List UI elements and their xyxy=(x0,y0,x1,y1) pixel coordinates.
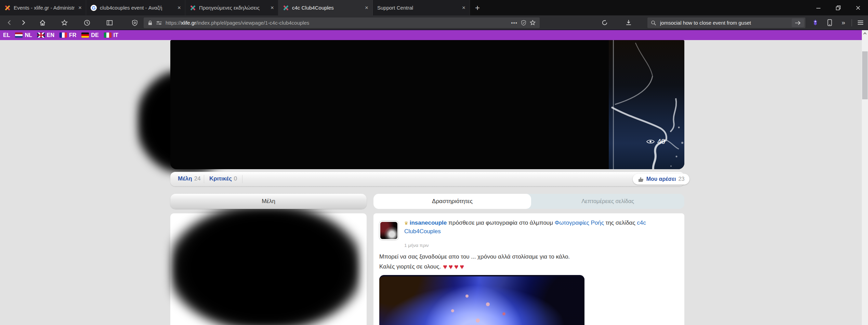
post-action-text: πρόσθεσε μια φωτογραφία στο άλμπουμ xyxy=(448,220,553,226)
new-tab-button[interactable]: + xyxy=(470,0,485,15)
map-roads xyxy=(609,40,684,169)
tab-title: Support Central xyxy=(377,5,458,11)
library-button[interactable] xyxy=(59,17,70,28)
joomla-favicon-icon xyxy=(4,5,11,11)
page-scrollbar[interactable] xyxy=(862,30,868,325)
menu-hamburger-icon[interactable] xyxy=(855,17,866,28)
tab-close-icon[interactable]: × xyxy=(461,4,466,11)
tab-page-details[interactable]: Λεπτομέρειες σελίδας xyxy=(531,194,684,209)
browser-tab-google-search[interactable]: G club4couples event - Αναζή × xyxy=(86,0,185,15)
page-actions-icon[interactable]: ••• xyxy=(511,20,517,26)
nl-flag-icon xyxy=(15,33,23,38)
page-stats-bar: Μέλη24 Κριτικές0 Μου αρέσει 23 xyxy=(170,172,684,186)
tab-strip: Events - xlife.gr - Administra × G club4… xyxy=(0,0,868,15)
it-flag-icon xyxy=(104,33,111,38)
browser-toolbar: https://xlife.gr/index.php/el/pages/view… xyxy=(0,15,868,30)
language-bar: EL NL EN FR DE IT xyxy=(0,30,862,40)
search-bar[interactable] xyxy=(647,17,805,28)
post-photo[interactable] xyxy=(379,275,584,325)
uk-flag-icon xyxy=(37,33,45,38)
bookmark-star-icon[interactable] xyxy=(530,20,536,26)
section-tab-bar: Δραστηριότητες Λεπτομέρειες σελίδας xyxy=(373,194,684,209)
url-bar[interactable]: https://xlife.gr/index.php/el/pages/view… xyxy=(144,17,540,28)
reviews-stat[interactable]: Κριτικές0 xyxy=(209,175,237,182)
tab-title: club4couples event - Αναζή xyxy=(100,5,174,11)
lang-en[interactable]: EN xyxy=(37,32,54,38)
avatar[interactable] xyxy=(379,221,398,240)
url-protocol: https:// xyxy=(166,20,181,26)
post-header: ♛insanecouple πρόσθεσε μια φωτογραφία στ… xyxy=(404,219,681,236)
close-button[interactable] xyxy=(848,0,868,15)
cover-map-region xyxy=(609,40,684,169)
like-button[interactable]: Μου αρέσει 23 xyxy=(633,174,689,185)
activity-feed-panel: ♛insanecouple πρόσθεσε μια φωτογραφία στ… xyxy=(373,213,684,325)
toolbar-divider xyxy=(852,19,852,26)
eye-icon xyxy=(646,139,655,144)
url-text[interactable]: https://xlife.gr/index.php/el/pages/view… xyxy=(166,20,508,26)
post-author-link[interactable]: insanecouple xyxy=(410,220,447,226)
browser-window: Events - xlife.gr - Administra × G club4… xyxy=(0,0,868,325)
back-button[interactable] xyxy=(4,17,15,28)
lang-it[interactable]: IT xyxy=(104,32,118,38)
fr-flag-icon xyxy=(60,33,67,38)
scrollbar-thumb[interactable] xyxy=(862,51,868,99)
thumb-up-icon xyxy=(638,176,644,182)
permissions-icon[interactable] xyxy=(156,21,162,25)
history-button[interactable] xyxy=(81,17,92,28)
browser-tab-previous-events[interactable]: Προηγούμενες εκδηλώσεις × xyxy=(185,0,278,15)
post-timestamp: 1 μήνα πριν xyxy=(404,243,429,248)
download-button[interactable] xyxy=(623,17,634,28)
stats-divider xyxy=(204,175,204,183)
ornament-dot xyxy=(476,318,480,323)
overflow-chevrons-icon[interactable]: » xyxy=(838,17,849,28)
permission-badge-icon[interactable] xyxy=(521,20,526,26)
url-domain: xlife.gr xyxy=(181,20,196,26)
extension-icon[interactable] xyxy=(810,17,821,28)
post-text-line2: Καλές γιορτές σε ολους. xyxy=(379,263,441,270)
lang-el[interactable]: EL xyxy=(3,32,10,38)
tab-activities[interactable]: Δραστηριότητες xyxy=(373,194,531,209)
search-go-button[interactable] xyxy=(792,18,804,27)
lang-fr[interactable]: FR xyxy=(60,32,76,38)
tab-close-icon[interactable]: × xyxy=(78,4,82,11)
tracking-shield-icon[interactable] xyxy=(129,17,140,28)
tab-close-icon[interactable]: × xyxy=(364,4,369,11)
album-link[interactable]: Φωτογραφίες Ροής xyxy=(555,220,604,226)
restore-button[interactable] xyxy=(828,0,848,15)
ornament-dot xyxy=(502,312,505,315)
search-icon xyxy=(651,20,656,26)
google-favicon-icon: G xyxy=(91,5,97,11)
stats-divider xyxy=(242,175,242,183)
browser-tab-support-central[interactable]: Support Central × xyxy=(373,0,470,15)
tab-close-icon[interactable]: × xyxy=(177,4,182,11)
reload-button[interactable] xyxy=(599,17,610,28)
views-counter: 40 xyxy=(646,137,665,146)
members-stat[interactable]: Μέλη24 xyxy=(178,175,201,182)
tab-title: c4c Club4Couples xyxy=(292,5,361,11)
cover-image-seam xyxy=(613,40,614,169)
scroll-up-arrow-icon[interactable] xyxy=(862,30,868,36)
xlife-favicon-icon xyxy=(283,5,289,11)
tab-title: Events - xlife.gr - Administra xyxy=(14,5,75,11)
browser-tab-c4c-club4couples[interactable]: c4c Club4Couples × xyxy=(278,0,373,15)
browser-tab-events[interactable]: Events - xlife.gr - Administra × xyxy=(0,0,86,15)
send-to-device-icon[interactable] xyxy=(824,17,835,28)
home-button[interactable] xyxy=(37,17,48,28)
ornament-dot xyxy=(486,302,490,306)
tab-close-icon[interactable]: × xyxy=(270,4,275,11)
lang-nl[interactable]: NL xyxy=(15,32,32,38)
forward-button[interactable] xyxy=(18,17,29,28)
minimize-button[interactable] xyxy=(808,0,828,15)
post-text-line1: Μπορεί να σας ξαναδούμε απο του ... χρόν… xyxy=(379,252,570,261)
user-badge-icon: ♛ xyxy=(404,221,408,226)
page-cover-image[interactable]: 40 xyxy=(170,40,684,169)
lock-icon xyxy=(148,20,153,26)
search-input[interactable] xyxy=(659,20,789,26)
post-connector-text: της σελίδας xyxy=(606,220,635,226)
views-count: 40 xyxy=(657,137,665,146)
heart-icons: ♥♥♥♥ xyxy=(443,263,465,271)
sidebar-button[interactable] xyxy=(104,17,115,28)
window-controls xyxy=(808,0,868,15)
tab-members[interactable]: Μέλη xyxy=(170,194,367,209)
lang-de[interactable]: DE xyxy=(81,32,98,38)
